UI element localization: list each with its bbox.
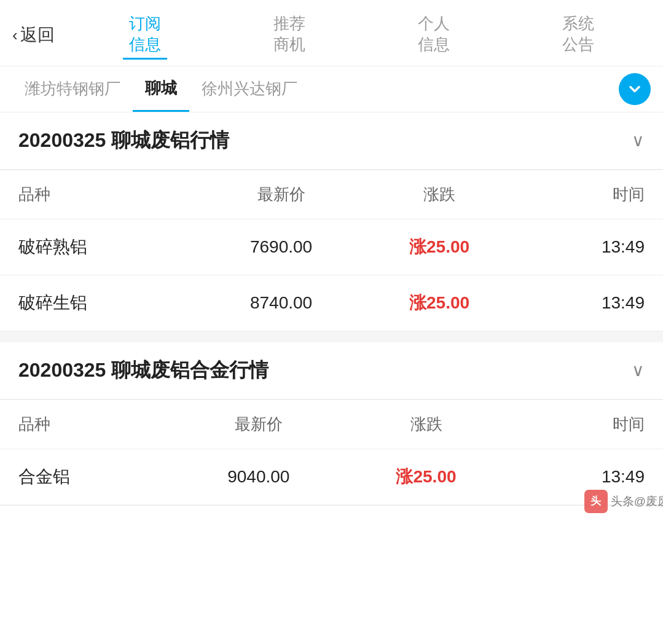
col-header-time: 时间 — [509, 399, 663, 449]
table-row: 破碎熟铝 7690.00 涨25.00 13:49 — [0, 219, 663, 275]
cell-change: 涨25.00 — [343, 449, 509, 505]
watermark-text: 头条@废废 — [611, 493, 663, 509]
section-header-scrap-aluminum[interactable]: 20200325 聊城废铝行情 ∨ — [0, 112, 663, 170]
table-row: 破碎生铝 8740.00 涨25.00 13:49 — [0, 275, 663, 331]
section-title-scrap-aluminum: 20200325 聊城废铝行情 — [18, 127, 229, 154]
cell-change: 涨25.00 — [361, 219, 517, 275]
cell-time: 13:49 — [517, 275, 663, 331]
cell-price: 9040.00 — [174, 449, 343, 505]
top-navigation: ‹ 返回 订阅信息 推荐商机 个人信息 系统公告 — [0, 0, 663, 66]
collapse-icon-scrap-aluminum: ∨ — [632, 130, 645, 151]
tab-personal[interactable]: 个人信息 — [412, 11, 456, 60]
col-header-time: 时间 — [517, 170, 663, 219]
cell-type: 破碎熟铝 — [0, 219, 201, 275]
table-header-row: 品种 最新价 涨跌 时间 — [0, 399, 663, 449]
table-row: 合金铝 9040.00 涨25.00 13:49 头 头条@废废 — [0, 449, 663, 505]
col-header-type: 品种 — [0, 170, 201, 219]
sub-tab-xuzhou[interactable]: 徐州兴达钢厂 — [189, 67, 310, 111]
sub-tab-weifang[interactable]: 潍坊特钢钢厂 — [12, 67, 133, 111]
section-gap — [0, 331, 663, 342]
watermark-logo-text: 头 — [590, 494, 601, 508]
cell-type: 合金铝 — [0, 449, 174, 505]
sub-tab-liaocheng[interactable]: 聊城 — [133, 66, 189, 112]
cell-price: 7690.00 — [201, 219, 361, 275]
cell-time: 13:49 头 头条@废废 — [509, 449, 663, 505]
bottom-spacer — [0, 505, 663, 579]
chevron-down-icon — [626, 80, 643, 98]
sub-tab-bar: 潍坊特钢钢厂 聊城 徐州兴达钢厂 — [0, 66, 663, 112]
section-header-alloy-aluminum[interactable]: 20200325 聊城废铝合金行情 ∨ — [0, 342, 663, 399]
dropdown-button[interactable] — [619, 73, 651, 105]
nav-tabs: 订阅信息 推荐商机 个人信息 系统公告 — [73, 11, 651, 60]
section-title-alloy-aluminum: 20200325 聊城废铝合金行情 — [18, 357, 269, 384]
back-label: 返回 — [20, 23, 55, 47]
tab-subscription[interactable]: 订阅信息 — [123, 11, 167, 60]
cell-time: 13:49 — [517, 219, 663, 275]
table-alloy-aluminum: 品种 最新价 涨跌 时间 合金铝 9040.00 涨25.00 13:49 头 … — [0, 399, 663, 505]
back-chevron-icon: ‹ — [12, 26, 18, 45]
collapse-icon-alloy-aluminum: ∨ — [632, 360, 645, 380]
col-header-change: 涨跌 — [361, 170, 517, 219]
tab-recommended[interactable]: 推荐商机 — [267, 11, 312, 60]
col-header-type: 品种 — [0, 399, 174, 449]
tab-system[interactable]: 系统公告 — [556, 11, 600, 60]
table-scrap-aluminum: 品种 最新价 涨跌 时间 破碎熟铝 7690.00 涨25.00 13:49 破… — [0, 170, 663, 331]
back-button[interactable]: ‹ 返回 — [12, 23, 55, 47]
table-header-row: 品种 最新价 涨跌 时间 — [0, 170, 663, 219]
col-header-price: 最新价 — [201, 170, 361, 219]
cell-price: 8740.00 — [201, 275, 361, 331]
col-header-change: 涨跌 — [343, 399, 509, 449]
col-header-price: 最新价 — [174, 399, 343, 449]
sub-tabs: 潍坊特钢钢厂 聊城 徐州兴达钢厂 — [12, 66, 619, 112]
cell-type: 破碎生铝 — [0, 275, 201, 331]
cell-change: 涨25.00 — [361, 275, 517, 331]
